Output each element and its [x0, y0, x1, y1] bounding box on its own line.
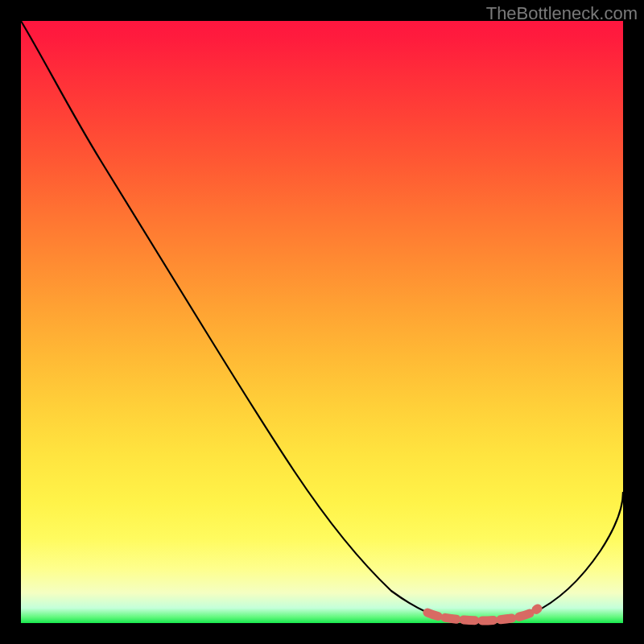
optimal-range-marker — [427, 609, 538, 621]
watermark-text: TheBottleneck.com — [486, 3, 638, 24]
bottleneck-curve-line — [21, 21, 623, 622]
plot-area — [21, 21, 623, 623]
chart-svg — [21, 21, 623, 623]
